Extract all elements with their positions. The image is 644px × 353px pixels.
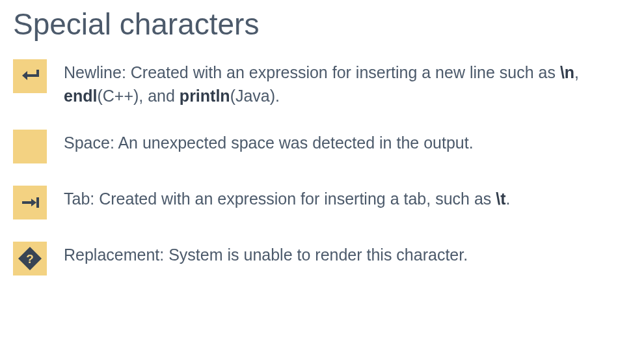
item-space: Space: An unexpected space was detected … bbox=[13, 130, 631, 163]
item-replacement: ? Replacement: System is unable to rende… bbox=[13, 242, 631, 275]
item-newline: Newline: Created with an expression for … bbox=[13, 59, 631, 108]
item-tab: Tab: Created with an expression for inse… bbox=[13, 186, 631, 219]
tab-icon bbox=[13, 186, 47, 219]
space-icon bbox=[13, 130, 47, 163]
tab-description: Tab: Created with an expression for inse… bbox=[64, 186, 510, 210]
newline-description: Newline: Created with an expression for … bbox=[64, 59, 631, 108]
replacement-icon: ? bbox=[13, 242, 47, 275]
replacement-description: Replacement: System is unable to render … bbox=[64, 242, 468, 266]
newline-icon bbox=[13, 59, 47, 93]
space-description: Space: An unexpected space was detected … bbox=[64, 130, 474, 154]
svg-text:?: ? bbox=[26, 252, 34, 266]
page-title: Special characters bbox=[13, 8, 631, 41]
